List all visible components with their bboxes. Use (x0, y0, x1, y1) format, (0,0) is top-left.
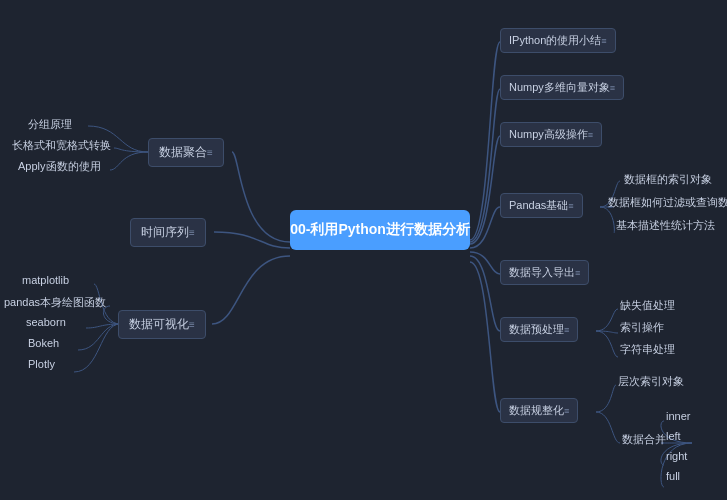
node-string-process: 字符串处理 (616, 340, 679, 359)
node-group-principle: 分组原理 (24, 115, 76, 134)
center-label: 00-利用Python进行数据分析 (290, 221, 470, 239)
node-bokeh: Bokeh (24, 335, 63, 351)
node-data-vis[interactable]: 数据可视化 (118, 310, 206, 339)
node-ipython[interactable]: IPython的使用小结 (500, 28, 616, 53)
node-long-wide: 长格式和宽格式转换 (8, 136, 115, 155)
node-data-agg[interactable]: 数据聚合 (148, 138, 224, 167)
node-index-op: 索引操作 (616, 318, 668, 337)
node-numpy-multi[interactable]: Numpy多维向量对象 (500, 75, 624, 100)
node-pandas-stats: 基本描述性统计方法 (612, 216, 719, 235)
node-data-io[interactable]: 数据导入导出 (500, 260, 589, 285)
node-right: right (662, 448, 691, 464)
node-full: full (662, 468, 684, 484)
node-data-reshape[interactable]: 数据规整化 (500, 398, 578, 423)
node-apply-func: Apply函数的使用 (14, 157, 105, 176)
node-pandas-filter: 数据框如何过滤或查询数据 (604, 193, 727, 212)
node-hier-index: 层次索引对象 (614, 372, 688, 391)
node-timeseries[interactable]: 时间序列 (130, 218, 206, 247)
node-pandas-index: 数据框的索引对象 (620, 170, 716, 189)
node-matplotlib: matplotlib (18, 272, 73, 288)
node-data-preprocess[interactable]: 数据预处理 (500, 317, 578, 342)
node-pandas-plot: pandas本身绘图函数 (0, 293, 110, 312)
node-inner: inner (662, 408, 694, 424)
node-seaborn: seaborn (22, 314, 70, 330)
node-plotly: Plotly (24, 356, 59, 372)
node-numpy-adv[interactable]: Numpy高级操作 (500, 122, 602, 147)
node-pandas-basic[interactable]: Pandas基础 (500, 193, 583, 218)
node-missing-val: 缺失值处理 (616, 296, 679, 315)
center-node: 00-利用Python进行数据分析 (290, 210, 470, 250)
node-left: left (662, 428, 685, 444)
